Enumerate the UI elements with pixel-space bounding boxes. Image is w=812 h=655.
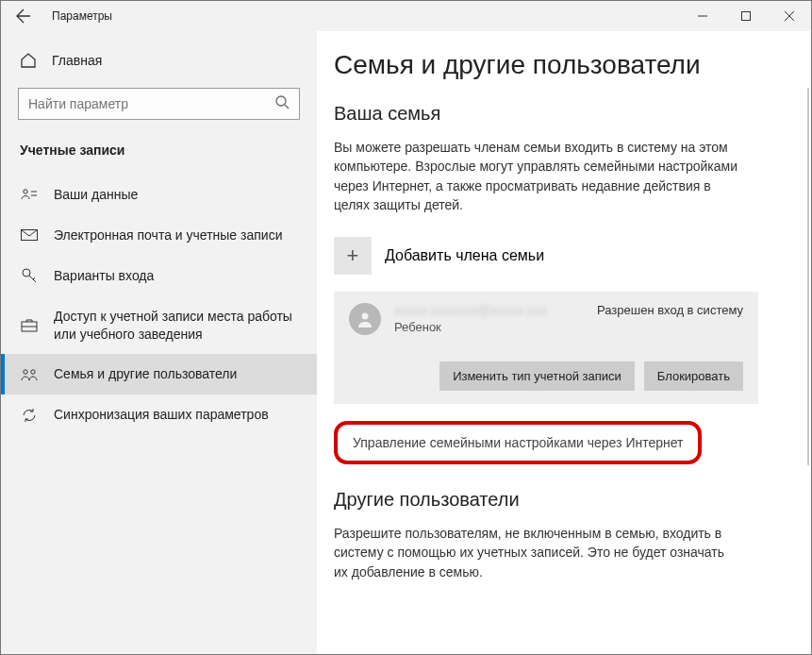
plus-icon: + — [334, 237, 372, 275]
add-family-member[interactable]: + Добавить члена семьи — [334, 237, 779, 275]
arrow-left-icon — [16, 8, 31, 24]
svg-point-4 — [23, 269, 30, 277]
sidebar-item-sync[interactable]: Синхронизация ваших параметров — [1, 395, 317, 435]
minimize-button[interactable] — [681, 1, 724, 31]
person-icon — [356, 310, 374, 328]
sidebar-item-email-accounts[interactable]: Электронная почта и учетные записи — [1, 215, 317, 256]
manage-family-link[interactable]: Управление семейными настройками через И… — [353, 435, 683, 450]
add-family-label: Добавить члена семьи — [385, 247, 544, 264]
titlebar: Параметры — [1, 1, 811, 31]
sidebar-item-your-info[interactable]: Ваши данные — [1, 175, 317, 215]
window-title: Параметры — [52, 9, 112, 23]
family-member-card[interactable]: xxxxx.xxxxxxx@xxxxx.xxx Ребенок Разрешен… — [334, 292, 758, 404]
other-users-heading: Другие пользователи — [334, 489, 779, 511]
svg-rect-0 — [742, 12, 751, 21]
mail-icon — [20, 229, 39, 241]
member-permission: Разрешен вход в систему — [597, 303, 743, 317]
sidebar-item-label: Семья и другие пользователи — [54, 365, 237, 383]
member-role: Ребенок — [394, 320, 584, 334]
sync-icon — [20, 407, 39, 424]
family-description: Вы можете разрешать членам семьи входить… — [334, 138, 739, 214]
change-account-type-button[interactable]: Изменить тип учетной записи — [439, 361, 635, 391]
person-badge-icon — [20, 188, 39, 201]
search-field[interactable] — [28, 96, 274, 111]
back-button[interactable] — [1, 1, 46, 31]
home-nav[interactable]: Главная — [1, 42, 317, 78]
close-icon — [785, 11, 794, 21]
key-icon — [20, 267, 39, 284]
briefcase-icon — [20, 319, 39, 332]
svg-point-2 — [24, 190, 27, 193]
page-title: Семья и другие пользователи — [334, 50, 779, 80]
scrollbar[interactable] — [807, 88, 809, 465]
minimize-icon — [698, 11, 707, 21]
close-button[interactable] — [768, 1, 811, 31]
search-icon — [274, 94, 290, 113]
svg-point-8 — [362, 313, 369, 320]
svg-point-7 — [31, 370, 35, 374]
sidebar-item-work-school[interactable]: Доступ к учетной записи места работы или… — [1, 296, 317, 355]
section-label: Учетные записи — [1, 133, 317, 175]
maximize-icon — [741, 11, 751, 21]
search-input[interactable] — [18, 88, 300, 120]
avatar — [349, 303, 381, 335]
block-button[interactable]: Блокировать — [644, 361, 743, 391]
sidebar-item-label: Варианты входа — [54, 267, 154, 285]
content-area: Семья и другие пользователи Ваша семья В… — [317, 31, 811, 654]
sidebar: Главная Учетные записи Ваши данные — [1, 31, 317, 654]
other-users-description: Разрешите пользователям, не включенным в… — [334, 524, 739, 581]
home-label: Главная — [52, 53, 102, 68]
member-email: xxxxx.xxxxxxx@xxxxx.xxx — [394, 303, 584, 318]
sidebar-item-label: Синхронизация ваших параметров — [54, 406, 269, 424]
sidebar-item-label: Электронная почта и учетные записи — [54, 227, 282, 244]
sidebar-item-label: Доступ к учетной записи места работы или… — [54, 308, 298, 344]
settings-window: Параметры Главная — [0, 0, 812, 655]
sidebar-item-signin-options[interactable]: Варианты входа — [1, 256, 317, 296]
svg-point-6 — [24, 370, 27, 374]
family-heading: Ваша семья — [334, 103, 779, 125]
home-icon — [20, 52, 37, 69]
sidebar-item-family[interactable]: Семья и другие пользователи — [1, 354, 317, 395]
svg-point-1 — [276, 96, 286, 106]
people-icon — [20, 368, 39, 381]
manage-family-link-highlight: Управление семейными настройками через И… — [334, 421, 702, 464]
maximize-button[interactable] — [724, 1, 768, 31]
sidebar-item-label: Ваши данные — [54, 186, 138, 204]
